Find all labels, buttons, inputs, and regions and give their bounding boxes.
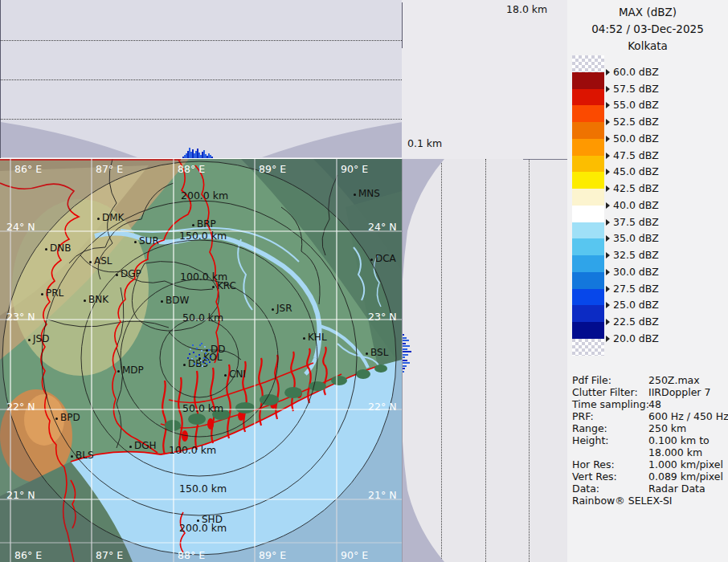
info-value: 0.089 km/pixel: [648, 470, 723, 483]
legend-arrow-icon: [606, 336, 610, 342]
echo-speckle: [190, 348, 191, 350]
top-cross-section-panel: [0, 0, 402, 158]
info-value: 0.100 km to: [648, 434, 710, 446]
info-label: Range:: [572, 422, 607, 434]
info-value: Radar Data: [648, 483, 706, 495]
legend-arrow-icon: [606, 202, 610, 209]
right-panel-echo: [403, 334, 419, 382]
echo-speckle: [196, 348, 198, 349]
echo-speckle: [193, 352, 194, 353]
top-panel-echo: [182, 0, 231, 158]
legend-arrow-icon: [606, 219, 610, 226]
legend-entry: 25.0 dBZ: [606, 299, 659, 311]
echo-bar: [403, 371, 404, 373]
legend-entry: 22.5 dBZ: [606, 316, 659, 328]
echo-speckle: [210, 356, 211, 357]
right-cross-section-panel: [402, 159, 571, 562]
side-panel-strip: 18.0 km 0.1 km: [402, 0, 571, 562]
legend-entry: 50.0 dBZ: [606, 132, 659, 145]
legend-entry-value: 52.5 dBZ: [613, 116, 659, 128]
echo-speckle: [189, 353, 190, 355]
legend-entry: 35.0 dBZ: [606, 232, 659, 244]
legend-entry-value: 22.5 dBZ: [613, 316, 659, 328]
info-value: 48: [648, 398, 661, 410]
echo-bar: [403, 365, 407, 367]
legend-arrow-icon: [606, 136, 610, 142]
info-label: Pdf File:: [572, 374, 611, 386]
echo-speckle: [203, 357, 205, 359]
echo-speckle: [200, 360, 202, 361]
echo-speckle: [201, 343, 202, 344]
echo-bar: [403, 351, 411, 352]
echo-bar: [403, 360, 407, 361]
legend-entry: 42.5 dBZ: [606, 182, 659, 194]
info-value: 18.000 km: [648, 446, 702, 458]
info-label: PRF:: [572, 410, 594, 422]
echo-speckle: [198, 354, 200, 356]
software-credit: Rainbow® SELEX-SI: [572, 495, 673, 507]
echo-speckle: [204, 346, 206, 348]
legend-entry: 57.5 dBZ: [606, 83, 659, 95]
info-value: 250 km: [648, 422, 686, 434]
legend-entry: 52.5 dBZ: [606, 116, 659, 128]
echo-speckle: [201, 350, 202, 352]
echo-speckle: [208, 349, 210, 351]
echo-speckle: [192, 344, 194, 346]
out-of-range-wedges: [403, 159, 572, 562]
echo-bar: [403, 362, 410, 364]
legend-entry-value: 47.5 dBZ: [613, 149, 659, 161]
legend-entry: 20.0 dBZ: [606, 332, 659, 344]
radar-map: 86° E86° E87° E87° E88° E88° E89° E89° E…: [0, 159, 402, 562]
legend-arrow-icon: [606, 119, 610, 125]
info-value: 600 Hz / 450 Hz: [648, 410, 728, 422]
legend-entry-value: 45.0 dBZ: [613, 165, 659, 177]
legend-entry-value: 55.0 dBZ: [613, 99, 659, 111]
max-height-label: 18.0 km: [506, 3, 547, 15]
legend-entry-value: 50.0 dBZ: [613, 132, 659, 145]
echo-bar: [403, 356, 405, 358]
legend-entry: 37.5 dBZ: [606, 216, 659, 228]
center-echo-speckles: [0, 159, 402, 562]
info-label: Hor Res:: [572, 458, 615, 470]
legend-entry-value: 27.5 dBZ: [613, 283, 659, 295]
legend-arrow-icon: [606, 185, 610, 192]
legend-entry: 30.0 dBZ: [606, 266, 659, 278]
legend-entry-value: 57.5 dBZ: [613, 83, 659, 95]
legend-entry-value: 30.0 dBZ: [613, 266, 659, 278]
echo-speckle: [202, 365, 203, 367]
echo-speckle: [194, 363, 195, 364]
info-label: Clutter Filter:: [572, 386, 638, 398]
legend-arrow-icon: [606, 252, 610, 259]
echo-speckle: [197, 364, 198, 365]
legend-entry-value: 37.5 dBZ: [613, 216, 659, 228]
min-height-label: 0.1 km: [407, 137, 442, 149]
echo-bar: [403, 348, 407, 350]
legend-arrow-icon: [606, 102, 610, 108]
legend-entry-value: 42.5 dBZ: [613, 182, 659, 194]
info-value: 1.000 km/pixel: [648, 458, 723, 470]
legend-entry-value: 20.0 dBZ: [613, 332, 659, 344]
legend-arrow-icon: [606, 69, 610, 75]
echo-speckle: [191, 358, 193, 360]
echo-bar: [403, 334, 404, 336]
echo-speckle: [195, 356, 197, 357]
legend-entry: 55.0 dBZ: [606, 99, 659, 111]
info-value: 250Z.max: [648, 374, 700, 386]
legend-entry: 32.5 dBZ: [606, 249, 659, 261]
legend-panel: MAX (dBZ) 04:52 / 03-Dec-2025 Kolkata 60…: [567, 0, 728, 562]
echo-bar: [211, 157, 213, 158]
legend-arrow-icon: [606, 269, 610, 275]
echo-speckle: [205, 352, 207, 354]
echo-speckle: [209, 361, 211, 363]
info-label: Height:: [572, 434, 609, 446]
legend-entry-value: 25.0 dBZ: [613, 299, 659, 311]
echo-speckle: [207, 359, 208, 360]
echo-speckle: [187, 357, 189, 359]
legend-entry: 27.5 dBZ: [606, 283, 659, 295]
echo-speckle: [199, 344, 201, 346]
echo-bar: [403, 368, 405, 369]
legend-entry-value: 40.0 dBZ: [613, 199, 659, 211]
echo-speckle: [202, 361, 204, 363]
legend-arrow-icon: [606, 235, 610, 242]
legend-entry: 47.5 dBZ: [606, 149, 659, 161]
